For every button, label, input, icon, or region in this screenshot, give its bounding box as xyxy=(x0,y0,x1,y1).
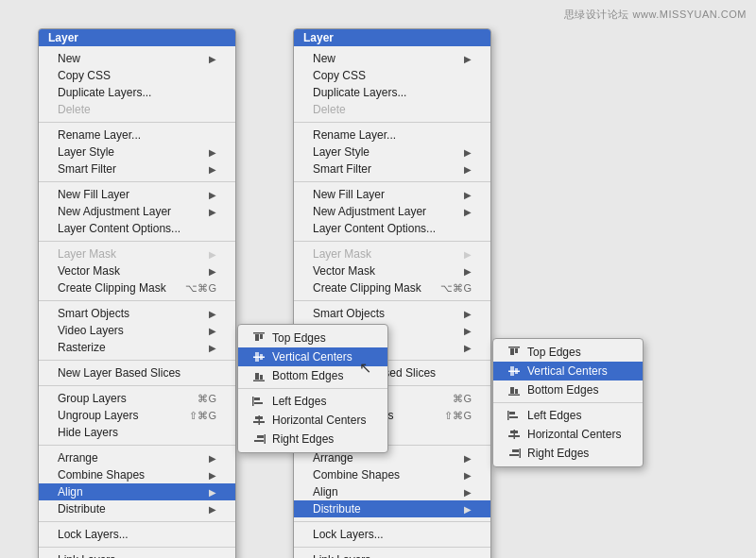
left-rename[interactable]: Rename Layer... xyxy=(39,127,235,144)
left-ungroup-layers[interactable]: Ungroup Layers⇧⌘G xyxy=(39,407,235,424)
left-sub-bottom-edges-label: Bottom Edges xyxy=(272,369,343,382)
svg-rect-35 xyxy=(509,454,519,456)
svg-rect-1 xyxy=(255,334,259,341)
left-new-layer-slices[interactable]: New Layer Based Slices xyxy=(39,364,235,381)
right-sub-horiz-centers[interactable]: Horizontal Centers xyxy=(493,425,643,444)
left-clipping-mask[interactable]: Create Clipping Mask⌥⌘G xyxy=(39,279,235,296)
svg-rect-25 xyxy=(510,387,514,394)
left-hide-layers[interactable]: Hide Layers xyxy=(39,424,235,441)
right-smart-filter[interactable]: Smart Filter▶ xyxy=(294,161,490,178)
svg-rect-32 xyxy=(508,435,520,437)
left-sub-top-edges[interactable]: Top Edges xyxy=(238,329,387,347)
svg-rect-11 xyxy=(254,402,263,404)
left-new-fill[interactable]: New Fill Layer▶ xyxy=(39,186,235,203)
left-copy-css[interactable]: Copy CSS xyxy=(39,67,235,84)
right-layer-menu: Layer New▶ Copy CSS Duplicate Layers... … xyxy=(293,28,491,558)
left-new-adj[interactable]: New Adjustment Layer▶ xyxy=(39,203,235,220)
sep7 xyxy=(39,445,235,446)
left-duplicate[interactable]: Duplicate Layers... xyxy=(39,84,235,101)
sub-sep1 xyxy=(238,388,387,389)
rsep2 xyxy=(294,181,490,182)
svg-rect-29 xyxy=(509,416,518,418)
svg-rect-4 xyxy=(255,352,259,362)
right-align[interactable]: Align▶ xyxy=(294,483,490,500)
left-content-options[interactable]: Layer Content Options... xyxy=(39,220,235,237)
left-sub-left-edges[interactable]: Left Edges xyxy=(238,392,387,411)
right-content-options[interactable]: Layer Content Options... xyxy=(294,220,490,237)
svg-rect-28 xyxy=(509,412,515,414)
right-distribute[interactable]: Distribute▶ xyxy=(294,500,490,517)
right-rename[interactable]: Rename Layer... xyxy=(294,127,490,144)
right-layer-style[interactable]: Layer Style▶ xyxy=(294,144,490,161)
svg-rect-13 xyxy=(255,416,263,419)
right-sub-vertical-centers-label: Vertical Centers xyxy=(527,364,608,378)
right-new[interactable]: New▶ xyxy=(294,50,490,67)
right-sub-left-edges-label: Left Edges xyxy=(527,409,581,422)
right-vertical-centers-icon xyxy=(507,365,522,377)
right-combine-shapes[interactable]: Combine Shapes▶ xyxy=(294,466,490,483)
right-vector-mask[interactable]: Vector Mask▶ xyxy=(294,262,490,279)
left-smart-objects[interactable]: Smart Objects▶ xyxy=(39,305,235,322)
right-link-layers[interactable]: Link Layers xyxy=(294,551,490,558)
left-rasterize[interactable]: Rasterize▶ xyxy=(39,339,235,356)
right-copy-css[interactable]: Copy CSS xyxy=(294,67,490,84)
right-sub-top-edges-label: Top Edges xyxy=(527,346,581,359)
right-sub-bottom-edges[interactable]: Bottom Edges xyxy=(493,380,643,399)
right-duplicate[interactable]: Duplicate Layers... xyxy=(294,84,490,101)
svg-rect-23 xyxy=(515,368,518,374)
left-lock-layers[interactable]: Lock Layers... xyxy=(39,526,235,543)
right-bottom-edges-icon xyxy=(507,384,522,396)
svg-rect-7 xyxy=(255,373,259,380)
left-distribute[interactable]: Distribute▶ xyxy=(39,500,235,517)
svg-rect-0 xyxy=(253,332,265,334)
svg-rect-34 xyxy=(512,449,519,452)
svg-rect-26 xyxy=(515,389,518,394)
right-new-fill[interactable]: New Fill Layer▶ xyxy=(294,186,490,203)
horizontal-centers-icon xyxy=(251,414,266,426)
svg-rect-20 xyxy=(515,348,518,353)
svg-rect-33 xyxy=(520,448,522,458)
svg-rect-5 xyxy=(260,354,263,360)
svg-rect-10 xyxy=(254,397,260,400)
svg-rect-31 xyxy=(510,431,518,433)
left-layer-style[interactable]: Layer Style▶ xyxy=(39,144,235,161)
right-lock-layers[interactable]: Lock Layers... xyxy=(294,526,490,543)
rsub-sep1 xyxy=(493,402,643,403)
right-top-edges-icon xyxy=(507,347,522,358)
svg-rect-27 xyxy=(507,411,509,420)
left-link-layers[interactable]: Link Layers xyxy=(39,551,235,558)
left-layer-mask: Layer Mask▶ xyxy=(39,245,235,262)
left-vector-mask[interactable]: Vector Mask▶ xyxy=(39,262,235,279)
left-smart-filter[interactable]: Smart Filter▶ xyxy=(39,161,235,178)
svg-rect-16 xyxy=(257,435,264,438)
sep6 xyxy=(39,385,235,386)
vertical-centers-icon xyxy=(251,351,266,363)
left-sub-right-edges[interactable]: Right Edges xyxy=(238,430,387,448)
right-new-adj[interactable]: New Adjustment Layer▶ xyxy=(294,203,490,220)
left-combine-shapes[interactable]: Combine Shapes▶ xyxy=(39,466,235,483)
sep5 xyxy=(39,360,235,361)
right-sub-vertical-centers[interactable]: Vertical Centers xyxy=(493,362,643,380)
right-menu-title: Layer xyxy=(294,29,490,46)
right-clipping-mask[interactable]: Create Clipping Mask⌥⌘G xyxy=(294,279,490,296)
rsep8 xyxy=(294,521,490,522)
left-group-layers[interactable]: Group Layers⌘G xyxy=(39,390,235,407)
svg-rect-14 xyxy=(253,421,265,423)
rsep3 xyxy=(294,241,490,242)
right-smart-objects[interactable]: Smart Objects▶ xyxy=(294,305,490,322)
left-new[interactable]: New▶ xyxy=(39,50,235,67)
left-align[interactable]: Align▶ xyxy=(39,483,235,500)
rsep1 xyxy=(294,122,490,123)
right-sub-top-edges[interactable]: Top Edges xyxy=(493,343,643,362)
svg-rect-18 xyxy=(508,347,520,348)
right-left-edges-icon xyxy=(507,410,522,421)
left-video-layers[interactable]: Video Layers▶ xyxy=(39,322,235,339)
svg-rect-6 xyxy=(253,380,265,382)
right-right-edges-icon xyxy=(507,448,522,459)
left-arrange[interactable]: Arrange▶ xyxy=(39,449,235,466)
right-sub-left-edges[interactable]: Left Edges xyxy=(493,406,643,425)
right-menu-wrapper: Layer New▶ Copy CSS Duplicate Layers... … xyxy=(293,28,491,558)
right-sub-right-edges[interactable]: Right Edges xyxy=(493,444,643,463)
left-sub-horiz-centers[interactable]: Horizontal Centers xyxy=(238,411,387,430)
bottom-edges-icon xyxy=(251,370,266,381)
